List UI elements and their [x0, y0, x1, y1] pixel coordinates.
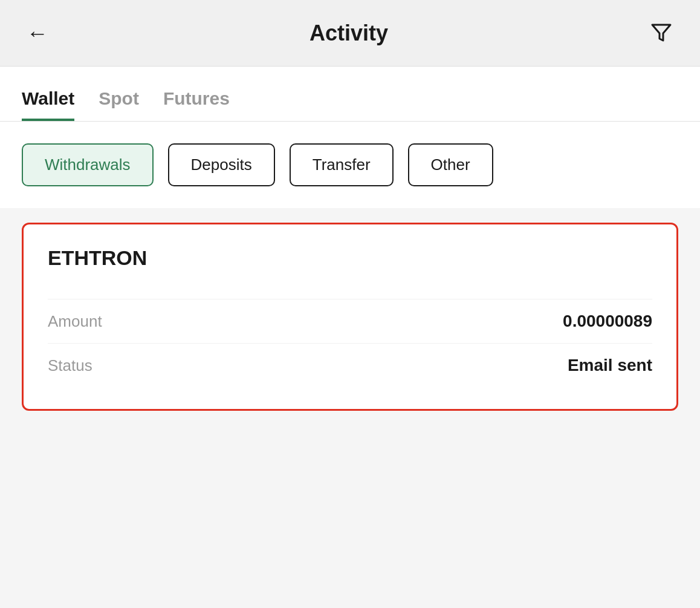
tab-spot[interactable]: Spot	[99, 88, 139, 121]
back-arrow-icon: ←	[27, 21, 48, 46]
filter-deposits-button[interactable]: Deposits	[168, 143, 275, 186]
amount-label: Amount	[48, 312, 102, 331]
status-value: Email sent	[568, 356, 652, 375]
back-button[interactable]: ←	[22, 16, 53, 51]
tab-futures[interactable]: Futures	[163, 88, 230, 121]
amount-value: 0.00000089	[563, 312, 652, 331]
filter-icon	[649, 20, 673, 46]
transaction-card[interactable]: ETHTRON Amount 0.00000089 Status Email s…	[22, 223, 678, 411]
transaction-amount-row: Amount 0.00000089	[48, 299, 652, 343]
main-content: ETHTRON Amount 0.00000089 Status Email s…	[0, 208, 700, 425]
filter-buttons-container: Withdrawals Deposits Transfer Other	[0, 122, 700, 208]
app-header: ← Activity	[0, 0, 700, 67]
transaction-title: ETHTRON	[48, 246, 652, 270]
transaction-status-row: Status Email sent	[48, 343, 652, 387]
filter-withdrawals-button[interactable]: Withdrawals	[22, 143, 154, 186]
filter-button[interactable]	[644, 15, 678, 51]
filter-transfer-button[interactable]: Transfer	[290, 143, 394, 186]
tab-wallet[interactable]: Wallet	[22, 88, 74, 121]
tabs-container: Wallet Spot Futures	[0, 67, 700, 121]
page-title: Activity	[309, 21, 388, 46]
tab-bar: Wallet Spot Futures	[22, 88, 678, 121]
filter-buttons-group: Withdrawals Deposits Transfer Other	[22, 143, 678, 186]
status-label: Status	[48, 356, 92, 375]
filter-other-button[interactable]: Other	[408, 143, 493, 186]
